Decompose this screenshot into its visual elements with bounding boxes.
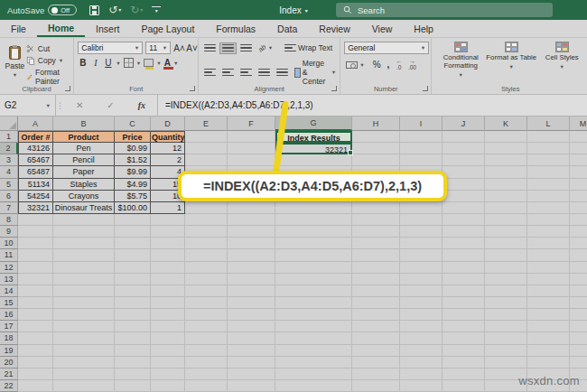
cell-K19[interactable] bbox=[485, 345, 527, 357]
cell-C16[interactable] bbox=[115, 309, 151, 321]
cell-B20[interactable] bbox=[53, 357, 115, 369]
cell-E21[interactable] bbox=[185, 369, 228, 380]
cell-L9[interactable] bbox=[527, 226, 570, 238]
top-align-button[interactable] bbox=[202, 43, 218, 53]
cell-C4[interactable]: $9.99 bbox=[115, 166, 151, 178]
cell-G3[interactable] bbox=[275, 154, 352, 166]
cell-J5[interactable] bbox=[443, 179, 485, 191]
cell-L2[interactable] bbox=[527, 143, 570, 154]
cell-G12[interactable] bbox=[275, 262, 352, 274]
cell-H21[interactable] bbox=[352, 369, 400, 380]
customize-qat-icon[interactable]: ▾ bbox=[152, 6, 161, 14]
cell-F17[interactable] bbox=[228, 321, 275, 332]
cell-G10[interactable] bbox=[275, 238, 352, 249]
cell-B18[interactable] bbox=[53, 332, 115, 344]
cell-E11[interactable] bbox=[185, 249, 228, 261]
cell-E9[interactable] bbox=[185, 226, 228, 238]
tab-view[interactable]: View bbox=[361, 20, 404, 37]
tab-help[interactable]: Help bbox=[403, 20, 444, 37]
column-header-G[interactable]: G bbox=[275, 117, 352, 131]
cell-C22[interactable] bbox=[115, 380, 151, 392]
cell-J17[interactable] bbox=[443, 321, 485, 332]
cell-F15[interactable] bbox=[228, 297, 275, 309]
cell-G13[interactable] bbox=[275, 274, 352, 285]
number-dialog-launcher-icon[interactable] bbox=[423, 86, 428, 91]
cell-C18[interactable] bbox=[115, 332, 151, 344]
cell-M10[interactable] bbox=[570, 238, 587, 249]
cell-F7[interactable] bbox=[228, 202, 275, 214]
cell-J22[interactable] bbox=[443, 380, 485, 392]
row-header-11[interactable]: 11 bbox=[0, 249, 18, 261]
cell-G9[interactable] bbox=[275, 226, 352, 238]
cell-B10[interactable] bbox=[53, 238, 115, 249]
comma-style-button[interactable]: , bbox=[387, 60, 390, 70]
cell-B4[interactable]: Paper bbox=[53, 166, 115, 178]
cell-F14[interactable] bbox=[228, 285, 275, 297]
cell-I12[interactable] bbox=[400, 262, 443, 274]
clipboard-dialog-launcher-icon[interactable] bbox=[65, 86, 70, 91]
cell-H11[interactable] bbox=[352, 249, 400, 261]
cell-F2[interactable] bbox=[228, 143, 275, 154]
orientation-button[interactable]: ab▼ bbox=[256, 43, 275, 53]
cell-F20[interactable] bbox=[228, 357, 275, 369]
cell-M9[interactable] bbox=[570, 226, 587, 238]
cell-C8[interactable] bbox=[115, 214, 151, 226]
cell-F11[interactable] bbox=[228, 249, 275, 261]
cell-C20[interactable] bbox=[115, 357, 151, 369]
align-left-button[interactable] bbox=[202, 68, 218, 78]
copy-button[interactable]: Copy ▼ bbox=[26, 56, 72, 65]
cell-J19[interactable] bbox=[443, 345, 485, 357]
cell-H2[interactable] bbox=[352, 143, 400, 154]
cell-D16[interactable] bbox=[151, 309, 185, 321]
cell-M7[interactable] bbox=[570, 202, 587, 214]
cell-E20[interactable] bbox=[185, 357, 228, 369]
cell-I22[interactable] bbox=[400, 380, 443, 392]
column-header-B[interactable]: B bbox=[53, 117, 115, 131]
search-input[interactable]: Search bbox=[336, 3, 553, 17]
column-header-L[interactable]: L bbox=[527, 117, 570, 131]
cell-B2[interactable]: Pen bbox=[53, 143, 115, 154]
cell-C10[interactable] bbox=[115, 238, 151, 249]
cancel-button[interactable]: ✕ bbox=[76, 100, 83, 110]
cell-D9[interactable] bbox=[151, 226, 185, 238]
tab-formulas[interactable]: Formulas bbox=[205, 20, 266, 37]
row-header-18[interactable]: 18 bbox=[0, 332, 18, 344]
cell-H10[interactable] bbox=[352, 238, 400, 249]
row-header-4[interactable]: 4 bbox=[0, 166, 18, 178]
wrap-text-button[interactable]: Wrap Text bbox=[283, 42, 334, 53]
cell-F22[interactable] bbox=[228, 380, 275, 392]
cell-L12[interactable] bbox=[527, 262, 570, 274]
cell-M4[interactable] bbox=[570, 166, 587, 178]
cell-H7[interactable] bbox=[352, 202, 400, 214]
insert-function-button[interactable]: fx bbox=[138, 100, 145, 110]
cell-A22[interactable] bbox=[18, 380, 53, 392]
conditional-formatting-button[interactable]: Conditional Formatting ▼ bbox=[435, 42, 486, 83]
cell-M14[interactable] bbox=[570, 285, 587, 297]
cell-K8[interactable] bbox=[485, 214, 527, 226]
cell-A14[interactable] bbox=[18, 285, 53, 297]
cell-B13[interactable] bbox=[53, 274, 115, 285]
cell-E13[interactable] bbox=[185, 274, 228, 285]
tab-review[interactable]: Review bbox=[308, 20, 360, 37]
cell-B7[interactable]: Dinosaur Treats bbox=[53, 202, 115, 214]
font-dialog-launcher-icon[interactable] bbox=[190, 86, 195, 91]
cell-J7[interactable] bbox=[443, 202, 485, 214]
cell-M2[interactable] bbox=[570, 143, 587, 154]
cell-C15[interactable] bbox=[115, 297, 151, 309]
enter-button[interactable]: ✓ bbox=[107, 100, 114, 110]
cell-K4[interactable] bbox=[485, 166, 527, 178]
cell-C2[interactable]: $0.99 bbox=[115, 143, 151, 154]
cell-J13[interactable] bbox=[443, 274, 485, 285]
cell-E15[interactable] bbox=[185, 297, 228, 309]
cell-H15[interactable] bbox=[352, 297, 400, 309]
cell-A6[interactable]: 54254 bbox=[18, 191, 53, 202]
format-as-table-button[interactable]: Format as Table ▼ bbox=[486, 42, 536, 83]
tab-home[interactable]: Home bbox=[37, 20, 85, 37]
cell-G19[interactable] bbox=[275, 345, 352, 357]
cell-L13[interactable] bbox=[527, 274, 570, 285]
cell-D18[interactable] bbox=[151, 332, 185, 344]
font-name-select[interactable]: Calibri▼ bbox=[78, 42, 143, 54]
cell-I1[interactable] bbox=[400, 131, 443, 143]
formula-input[interactable]: =INDEX((A2:D3,A4:D5,A6:D7),2,1,3) bbox=[158, 95, 587, 116]
redo-button[interactable]: ↻▾ bbox=[130, 5, 143, 15]
